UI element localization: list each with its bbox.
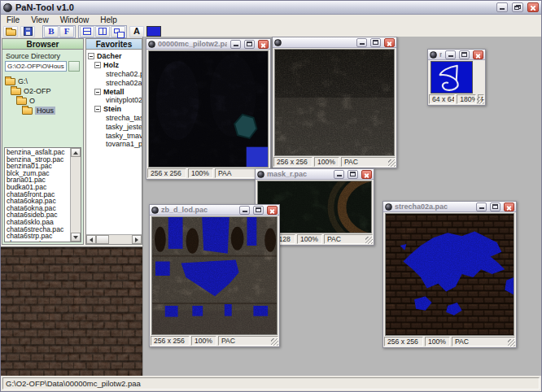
favorites-label: strecha02a. <box>106 79 142 87</box>
window-titlebar[interactable]: mask_r.pac <box>256 169 374 180</box>
texture-window-ruin: zb_d_lod.pac <box>149 204 280 347</box>
favorites-item[interactable]: tasky_jeste_ <box>106 122 142 131</box>
background-color-swatch[interactable] <box>146 26 161 37</box>
window-icon <box>151 207 159 214</box>
texture-window-pilot: 00000mc_pilotw2.paa 256 x 256 100% <box>146 38 271 180</box>
minimize-button[interactable] <box>239 206 250 215</box>
scrollbar-track[interactable] <box>109 235 132 244</box>
collapse-icon[interactable] <box>94 106 101 112</box>
close-button[interactable] <box>527 2 539 12</box>
scroll-left-button[interactable] <box>86 235 96 244</box>
resize-grip[interactable] <box>508 339 515 346</box>
collapse-icon[interactable] <box>94 89 101 95</box>
titlebar[interactable]: PaN-Tool v1.0 <box>1 1 541 15</box>
favorites-item[interactable]: strecha02.p <box>106 70 142 79</box>
minimize-button[interactable] <box>445 50 456 59</box>
save-button[interactable] <box>20 26 35 37</box>
source-directory-input[interactable] <box>5 61 67 72</box>
folder-label: O2-OFP <box>24 87 51 95</box>
folder-label: O <box>29 97 35 105</box>
maximize-button[interactable] <box>244 40 255 49</box>
resize-grip[interactable] <box>477 97 484 104</box>
folder-item-selected[interactable]: Hous <box>2 106 83 115</box>
window-title: strecha02a.pac <box>395 203 473 211</box>
favorites-item[interactable]: Holz <box>94 61 142 70</box>
tile-horizontal-button[interactable] <box>80 26 94 37</box>
window-titlebar[interactable]: 00000mc_pilotw2.paa <box>146 39 270 50</box>
scroll-up-button[interactable] <box>71 148 81 157</box>
tile-horizontal-icon <box>83 28 91 35</box>
browse-button[interactable] <box>68 61 80 72</box>
scroll-right-button[interactable] <box>132 235 142 244</box>
folder-item[interactable]: G:\ <box>2 76 83 86</box>
folder-item[interactable]: O <box>2 96 83 106</box>
maximize-button[interactable] <box>370 38 381 47</box>
flag-image <box>431 61 473 94</box>
image-size: 64 x 64 <box>429 94 455 104</box>
menu-help[interactable]: Help <box>94 15 123 24</box>
scrollbar-thumb[interactable] <box>96 235 109 244</box>
close-button[interactable] <box>504 203 514 211</box>
minimize-button[interactable] <box>476 203 487 211</box>
close-button[interactable] <box>267 206 278 215</box>
favorites-item[interactable]: vinityplot02.p <box>106 96 142 105</box>
window-titlebar[interactable]: zb_d_lod.pac <box>150 205 279 216</box>
favorites-item[interactable]: Metall <box>94 87 142 96</box>
favorites-item[interactable]: Dächer <box>88 52 142 61</box>
browser-toggle-button[interactable]: B <box>44 26 59 37</box>
close-button[interactable] <box>473 50 483 59</box>
window-statusbar: 256 x 256 100% PAA <box>146 168 270 179</box>
close-button[interactable] <box>361 170 372 179</box>
tile-vertical-button[interactable] <box>95 26 110 37</box>
image-size: 256 x 256 <box>384 337 423 346</box>
minimize-button[interactable] <box>496 2 508 12</box>
favorites-label: Holz <box>103 61 119 69</box>
favorites-panel: Favorites Dächer Holz strecha02.p strech… <box>85 38 142 245</box>
resize-grip[interactable] <box>365 237 373 244</box>
favorites-label: strecha02.p <box>106 70 142 78</box>
scroll-down-button[interactable] <box>71 233 81 242</box>
minimize-button[interactable] <box>334 170 344 179</box>
open-folder-icon <box>6 29 16 36</box>
favorites-item[interactable]: strecha02a. <box>106 78 142 87</box>
status-path: G:\O2-OFP\Data\00000mc_pilotw2.paa <box>2 377 540 390</box>
menu-view[interactable]: View <box>25 15 55 24</box>
folder-item[interactable]: O2-OFP <box>2 86 83 96</box>
maximize-button[interactable] <box>459 50 470 59</box>
file-item[interactable]: clear_empty.paa <box>7 240 70 242</box>
minimize-button[interactable] <box>230 40 241 49</box>
minimize-button[interactable] <box>356 38 367 47</box>
resize-grip[interactable] <box>388 159 396 167</box>
close-button[interactable] <box>384 38 395 47</box>
browser-panel: Browser Source Directory G:\ O2-OFP O Ho… <box>2 38 84 245</box>
menu-file[interactable]: File <box>1 15 25 24</box>
favorites-item[interactable]: Stein <box>94 105 142 114</box>
window-titlebar[interactable] <box>273 37 396 48</box>
scrollbar-track[interactable] <box>71 157 81 233</box>
favorites-hscrollbar[interactable] <box>86 234 142 244</box>
maximize-button[interactable] <box>490 203 500 211</box>
close-button[interactable] <box>258 40 269 49</box>
menu-window[interactable]: Window <box>55 15 95 24</box>
file-list-scrollbar[interactable] <box>70 148 81 242</box>
resize-grip[interactable] <box>271 338 278 346</box>
collapse-icon[interactable] <box>88 53 94 59</box>
alpha-button[interactable]: A <box>129 26 144 37</box>
restore-button[interactable] <box>512 2 523 12</box>
favorites-toggle-button[interactable]: F <box>59 26 74 37</box>
window-titlebar[interactable]: strecha02a.pac <box>383 202 516 212</box>
cascade-button[interactable] <box>111 26 125 37</box>
collapse-icon[interactable] <box>94 62 101 68</box>
maximize-button[interactable] <box>253 206 264 215</box>
zoom-level: 100% <box>314 157 339 167</box>
maximize-button[interactable] <box>347 170 358 179</box>
favorites-panel-header: Favorites <box>86 39 142 50</box>
open-button[interactable] <box>3 26 18 37</box>
favorites-item[interactable]: tasky_tmavs <box>106 131 142 140</box>
zoom-level: 100% <box>188 168 213 178</box>
window-titlebar[interactable]: m... <box>428 50 485 60</box>
favorites-item[interactable]: tovarna1_pc <box>106 140 142 149</box>
favorites-item[interactable]: strecha_tas <box>106 114 142 123</box>
favorites-label: strecha_tas <box>106 114 142 122</box>
folder-icon <box>22 107 33 115</box>
